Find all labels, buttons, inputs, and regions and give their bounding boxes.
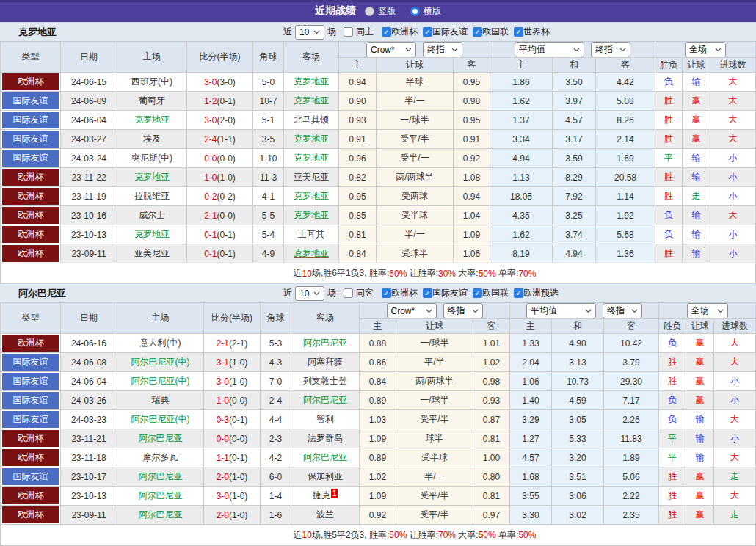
odds-company-select[interactable]: Crow* bbox=[387, 303, 437, 318]
away-team-name[interactable]: 阿尔巴尼亚 bbox=[303, 337, 347, 349]
away-team-name[interactable]: 克罗地亚 bbox=[294, 95, 329, 107]
home-team-name[interactable]: 克罗地亚 bbox=[134, 171, 170, 183]
away-team-cell: 北马其顿 bbox=[284, 111, 339, 130]
home-odds-cell: 0.84 bbox=[339, 244, 377, 263]
summary-text: 50% bbox=[479, 530, 496, 540]
home-team-name[interactable]: 阿尔巴尼亚(中) bbox=[131, 356, 190, 368]
match-count-select[interactable]: 10 bbox=[295, 286, 324, 301]
corners-cell: 10-7 bbox=[253, 92, 284, 111]
goals-result-cell: 小 bbox=[714, 429, 756, 448]
league-checkbox[interactable]: ✓欧国联 bbox=[473, 287, 509, 299]
home-team-name[interactable]: 克罗地亚 bbox=[134, 114, 170, 126]
avg-select[interactable]: 平均值 bbox=[515, 42, 584, 57]
away-team-cell: 土耳其 bbox=[284, 225, 339, 244]
home-team-cell: 阿尔巴尼亚 bbox=[117, 467, 204, 487]
avg-away-cell: 7.17 bbox=[604, 391, 659, 410]
full-time-score: 3-0 bbox=[217, 376, 229, 387]
competition-badge: 国际友谊 bbox=[2, 354, 59, 371]
avg-time-select[interactable]: 终指 bbox=[603, 303, 642, 318]
result-cell: 胜 bbox=[659, 353, 686, 372]
scope-select[interactable]: 全场 bbox=[685, 42, 726, 57]
half-time-score: (1-1) bbox=[217, 134, 236, 145]
summary-row: 近10场,胜6平1负3, 胜率:60% 让胜率:30% 大率:50% 单率:70… bbox=[0, 263, 756, 283]
home-team-name[interactable]: 阿尔巴尼亚(中) bbox=[131, 375, 190, 387]
summary-text: 50% bbox=[479, 269, 496, 279]
odds-time-select[interactable]: 终指 bbox=[423, 42, 462, 57]
full-time-score: 3-0 bbox=[217, 491, 229, 501]
same-venue-filter[interactable]: 同主 bbox=[344, 26, 374, 38]
away-team-name: 波兰 bbox=[316, 509, 334, 521]
radio-horizontal[interactable]: 横版 bbox=[410, 5, 441, 18]
half-time-score: (0-1) bbox=[217, 230, 236, 240]
summary-text: 60% bbox=[389, 269, 407, 279]
away-team-name[interactable]: 阿尔巴尼亚 bbox=[303, 451, 347, 464]
league-checkbox[interactable]: ✓欧洲杯 bbox=[382, 287, 418, 299]
radio-selected-icon bbox=[365, 7, 374, 16]
summary-text: 场,胜5平2负3, 胜率: bbox=[312, 529, 389, 542]
handicap-odds-filter-cell: Crow*终指 bbox=[339, 42, 490, 58]
avg-time-select[interactable]: 终指 bbox=[591, 42, 630, 57]
score-cell: 3-0(3-0) bbox=[187, 73, 253, 92]
corners-cell: 1-10 bbox=[253, 149, 284, 168]
home-team-name[interactable]: 阿尔巴尼亚(中) bbox=[131, 413, 190, 426]
league-checkbox[interactable]: ✓欧国联 bbox=[473, 26, 509, 38]
home-team-cell: 瑞典 bbox=[117, 391, 204, 410]
column-header: 客 bbox=[454, 58, 490, 73]
corners-cell: 5-3 bbox=[261, 334, 291, 353]
avg-away-cell: 1.89 bbox=[604, 448, 659, 467]
type-cell: 欧洲杯 bbox=[0, 506, 61, 525]
scope-select[interactable]: 全场 bbox=[687, 303, 728, 318]
league-checkbox[interactable]: ✓国际友谊 bbox=[423, 287, 468, 299]
avg-home-cell: 1.62 bbox=[490, 225, 553, 244]
league-checkbox[interactable]: ✓国际友谊 bbox=[423, 26, 468, 38]
league-checkbox[interactable]: ✓欧洲预选 bbox=[514, 287, 559, 299]
same-venue-filter[interactable]: 同客 bbox=[344, 287, 374, 299]
corners-cell: 4-2 bbox=[261, 448, 291, 467]
radio-vertical[interactable]: 竖版 bbox=[365, 5, 396, 18]
home-odds-cell: 0.91 bbox=[339, 130, 377, 149]
handicap-cell: 球半 bbox=[396, 429, 473, 448]
corners-cell: 5-1 bbox=[253, 111, 284, 130]
home-odds-cell: 1.03 bbox=[360, 410, 396, 429]
home-team-name[interactable]: 阿尔巴尼亚 bbox=[139, 509, 183, 521]
match-count-select[interactable]: 10 bbox=[295, 25, 324, 40]
home-team-name[interactable]: 阿尔巴尼亚 bbox=[139, 432, 183, 445]
chevron-down-icon bbox=[573, 48, 580, 52]
goals-result-cell: 大 bbox=[714, 334, 756, 353]
away-team-name[interactable]: 克罗地亚 bbox=[294, 190, 329, 203]
avg-draw-cell: 10.73 bbox=[552, 372, 604, 391]
avg-draw-cell: 4.90 bbox=[552, 334, 604, 353]
home-team-name[interactable]: 克罗地亚 bbox=[134, 228, 170, 241]
column-header: 主 bbox=[360, 319, 396, 334]
home-odds-cell: 0.84 bbox=[360, 372, 396, 391]
avg-select[interactable]: 平均值 bbox=[526, 303, 596, 318]
result-cell: 负 bbox=[655, 225, 683, 244]
away-team-name[interactable]: 克罗地亚 bbox=[294, 76, 329, 88]
away-team-name[interactable]: 克罗地亚 bbox=[294, 247, 329, 260]
odds-time-select[interactable]: 终指 bbox=[443, 303, 483, 318]
away-team-name[interactable]: 阿尔巴尼亚 bbox=[303, 394, 347, 407]
home-team-name[interactable]: 阿尔巴尼亚 bbox=[139, 470, 183, 483]
chevron-down-icon bbox=[715, 48, 722, 52]
full-time-score: 2-0 bbox=[217, 510, 229, 520]
column-header: 让球 bbox=[377, 58, 454, 73]
away-team-name[interactable]: 克罗地亚 bbox=[294, 133, 329, 145]
handicap-result-cell: 赢 bbox=[683, 92, 710, 111]
away-odds-cell: 0.92 bbox=[454, 149, 490, 168]
date-cell: 23-11-19 bbox=[61, 187, 117, 206]
summary-text: 10 bbox=[302, 269, 312, 279]
score-cell: 2-1(2-1) bbox=[204, 334, 261, 353]
odds-company-select[interactable]: Crow* bbox=[366, 42, 416, 57]
home-team-cell: 阿尔巴尼亚 bbox=[117, 429, 204, 448]
league-checkbox[interactable]: ✓世界杯 bbox=[514, 26, 550, 38]
away-team-name[interactable]: 克罗地亚 bbox=[294, 152, 329, 164]
handicap-odds-filter-cell: Crow*终指 bbox=[360, 303, 510, 319]
league-checkbox[interactable]: ✓欧洲杯 bbox=[382, 26, 418, 38]
competition-badge: 国际友谊 bbox=[2, 112, 59, 128]
half-time-score: (0-1) bbox=[229, 453, 247, 463]
away-team-name[interactable]: 克罗地亚 bbox=[294, 209, 329, 222]
half-time-score: (0-2) bbox=[217, 192, 236, 202]
home-team-name[interactable]: 阿尔巴尼亚 bbox=[139, 489, 183, 502]
avg-draw-cell: 3.59 bbox=[553, 149, 596, 168]
home-team-name: 威尔士 bbox=[139, 209, 165, 222]
